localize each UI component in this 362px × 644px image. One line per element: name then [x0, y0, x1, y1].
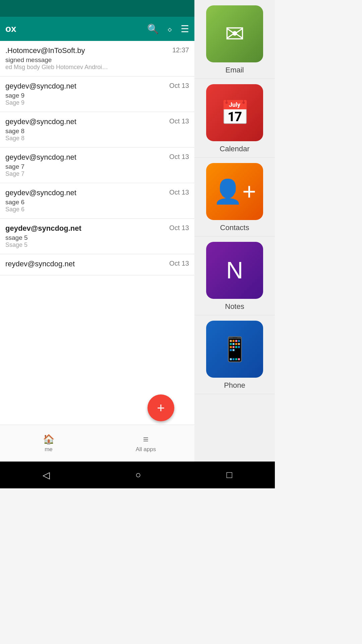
back-button[interactable]: ◁: [36, 466, 57, 484]
recents-button[interactable]: □: [220, 466, 239, 484]
nav-allapps[interactable]: ≡ All apps: [97, 434, 194, 453]
email-preview: Sage 8: [5, 135, 189, 142]
email-sender: geydev@syncdog.net: [5, 153, 167, 162]
sidebar-app-phone[interactable]: 📱Phone: [194, 315, 275, 394]
email-item[interactable]: .Hotomcev@InToSoft.by 12:37 signed messa…: [0, 41, 194, 76]
email-subject: signed message: [5, 56, 189, 64]
email-preview: Sage 9: [5, 99, 189, 106]
phone-icon: 📱: [220, 335, 249, 363]
email-preview: Sage 6: [5, 206, 189, 213]
email-sender: reydev@syncdog.net: [5, 260, 167, 268]
bottom-nav: 🏠 me ≡ All apps: [0, 425, 194, 462]
email-subject: sage 9: [5, 92, 189, 99]
nav-allapps-label: All apps: [136, 446, 156, 453]
compose-plus-icon: +: [157, 400, 165, 416]
email-date: Oct 13: [169, 82, 189, 90]
sidebar-app-calendar[interactable]: 📅Calendar: [194, 79, 275, 158]
home-icon: 🏠: [43, 434, 55, 445]
email-preview: ed Msg body Gleb Hotomcev Androi…: [5, 64, 189, 71]
email-icon: ✉: [225, 20, 245, 48]
email-preview: Ssage 5: [5, 241, 189, 249]
email-date: Oct 13: [169, 189, 189, 196]
email-date: 12:37: [172, 46, 189, 54]
contacts-icon: 👤+: [213, 178, 256, 205]
sidebar-app-email[interactable]: ✉Email: [194, 0, 275, 79]
calendar-icon: 📅: [220, 99, 249, 126]
notes-app-label: Notes: [225, 302, 244, 311]
email-item[interactable]: geydev@syncdog.net Oct 13 sage 6 Sage 6: [0, 183, 194, 219]
email-date: Oct 13: [169, 260, 189, 267]
phone-app-icon-box: 📱: [206, 321, 263, 378]
app-bar: ox 🔍 ⬦ ☰: [0, 17, 194, 41]
email-preview: Sage 7: [5, 170, 189, 177]
right-sidebar: ✉Email📅Calendar👤+ContactsNNotes📱Phone: [194, 0, 275, 488]
home-button[interactable]: ○: [129, 466, 148, 484]
email-sender: .Hotomcev@InToSoft.by: [5, 46, 170, 55]
search-icon[interactable]: 🔍: [147, 23, 159, 35]
notes-app-icon-box: N: [206, 242, 263, 299]
email-subject: sage 6: [5, 199, 189, 206]
email-list: .Hotomcev@InToSoft.by 12:37 signed messa…: [0, 41, 194, 425]
sidebar-app-notes[interactable]: NNotes: [194, 236, 275, 315]
apps-icon: ≡: [143, 434, 148, 445]
app-bar-title: ox: [5, 23, 139, 34]
calendar-app-icon-box: 📅: [206, 84, 263, 141]
email-subject: sage 8: [5, 127, 189, 135]
contacts-app-label: Contacts: [220, 223, 249, 232]
sort-icon[interactable]: ☰: [181, 23, 189, 35]
calendar-app-label: Calendar: [220, 145, 249, 153]
email-sender: geydev@syncdog.net: [5, 117, 167, 126]
nav-home-label: me: [45, 446, 53, 453]
email-item[interactable]: geydev@syncdog.net Oct 13 ssage 5 Ssage …: [0, 219, 194, 254]
email-date: Oct 13: [169, 153, 189, 161]
compose-fab[interactable]: +: [147, 394, 174, 421]
notes-icon: N: [226, 257, 243, 284]
email-item[interactable]: geydev@syncdog.net Oct 13 sage 8 Sage 8: [0, 112, 194, 148]
email-app-icon-box: ✉: [206, 5, 263, 62]
nav-home[interactable]: 🏠 me: [0, 434, 97, 453]
email-app-label: Email: [225, 66, 244, 74]
email-subject: ssage 5: [5, 234, 189, 241]
email-sender: geydev@syncdog.net: [5, 224, 167, 233]
email-sender: geydev@syncdog.net: [5, 82, 167, 91]
email-item[interactable]: geydev@syncdog.net Oct 13 sage 7 Sage 7: [0, 148, 194, 183]
email-item[interactable]: reydev@syncdog.net Oct 13: [0, 254, 194, 275]
email-sender: geydev@syncdog.net: [5, 189, 167, 197]
phone-app-label: Phone: [224, 381, 245, 390]
email-date: Oct 13: [169, 224, 189, 232]
email-item[interactable]: geydev@syncdog.net Oct 13 sage 9 Sage 9: [0, 76, 194, 112]
filter-icon[interactable]: ⬦: [167, 23, 173, 34]
sidebar-app-contacts[interactable]: 👤+Contacts: [194, 158, 275, 236]
contacts-app-icon-box: 👤+: [206, 163, 263, 220]
android-nav-bar: ◁ ○ □: [0, 462, 275, 488]
email-subject: sage 7: [5, 163, 189, 170]
email-date: Oct 13: [169, 117, 189, 125]
